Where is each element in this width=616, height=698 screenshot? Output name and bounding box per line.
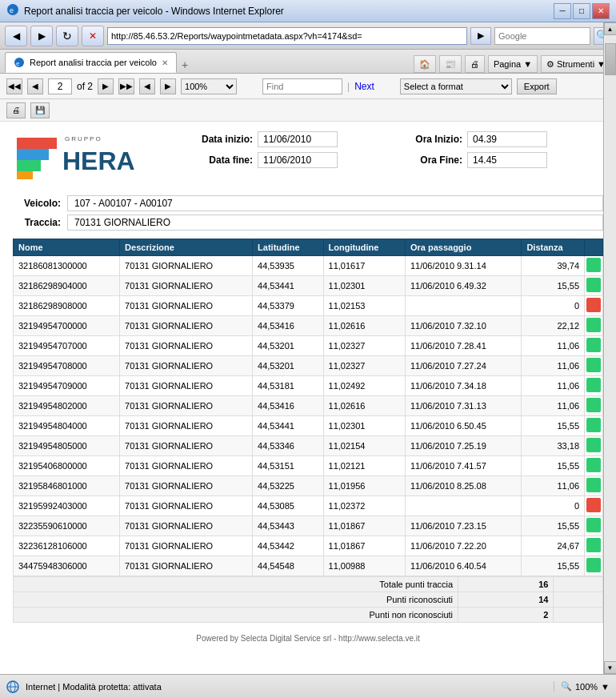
page-number-input[interactable] [48, 78, 72, 94]
scroll-thumb[interactable] [605, 43, 616, 75]
cell-latitudine: 44,53181 [253, 376, 323, 396]
cell-status [585, 316, 603, 336]
print2-button[interactable]: 🖨 [6, 102, 26, 118]
active-tab[interactable]: e Report analisi traccia per veicolo ✕ [5, 52, 177, 73]
find-input[interactable] [262, 78, 342, 94]
title-bar: e Report analisi traccia per veicolo - W… [0, 0, 616, 22]
cell-descrizione: 70131 GIORNALIERO [120, 396, 253, 416]
cell-nome: 32194954804000 [14, 416, 120, 436]
totale-label: Totale punti traccia [14, 577, 458, 592]
cell-nome: 32194954802000 [14, 396, 120, 416]
table-row: 32194954707000 70131 GIORNALIERO 44,5320… [14, 336, 603, 356]
cell-status [585, 256, 603, 276]
cell-distanza: 11,06 [522, 376, 585, 396]
cell-status [585, 436, 603, 456]
scroll-down-button[interactable]: ▼ [604, 661, 617, 674]
status-indicator [586, 498, 601, 512]
cell-longitudine: 11,01867 [323, 516, 405, 536]
date-info-section: Data inizio: 11/06/2010 Ora Inizio: 04.3… [189, 131, 603, 168]
maximize-button[interactable]: □ [573, 3, 590, 19]
cell-nome: 32186298908000 [14, 296, 120, 316]
new-tab-button[interactable]: + [177, 57, 193, 73]
table-row: 32194954804000 70131 GIORNALIERO 44,5344… [14, 416, 603, 436]
cell-distanza: 0 [522, 296, 585, 316]
summary-totale-row: Totale punti traccia 16 [14, 577, 603, 592]
feeds-button[interactable]: 📰 [439, 55, 462, 73]
next-label[interactable]: Next [354, 81, 374, 92]
scroll-track[interactable] [605, 35, 616, 661]
tab-close-icon[interactable]: ✕ [162, 58, 168, 67]
ora-inizio-value: 04.39 [467, 131, 547, 147]
ora-inizio-row: Ora Inizio: 04.39 [398, 131, 603, 147]
cell-longitudine: 11,01617 [323, 256, 405, 276]
export-button[interactable]: Export [517, 78, 557, 94]
browser-icon: e [6, 3, 19, 18]
cell-longitudine: 11,02154 [323, 436, 405, 456]
minimize-button[interactable]: ─ [554, 3, 571, 19]
next-page-button[interactable]: ▶ [98, 78, 114, 94]
cell-descrizione: 70131 GIORNALIERO [120, 276, 253, 296]
zoom-dropdown-icon[interactable]: ▼ [601, 682, 610, 692]
scrollbar[interactable]: ▲ ▼ [603, 22, 616, 674]
cell-nome: 32194954707000 [14, 336, 120, 356]
col-status [585, 239, 603, 256]
cell-descrizione: 70131 GIORNALIERO [120, 436, 253, 456]
forward-report-button[interactable]: ▶ [160, 78, 176, 94]
svg-text:e: e [16, 60, 20, 67]
cell-nome: 32195846801000 [14, 476, 120, 496]
refresh-button[interactable]: ↻ [56, 26, 78, 46]
status-indicator [586, 378, 601, 392]
cell-descrizione: 70131 GIORNALIERO [120, 516, 253, 536]
status-indicator [586, 358, 601, 372]
cell-longitudine: 11,00988 [323, 556, 405, 576]
veicolo-value: 107 - A00107 - A00107 [67, 195, 603, 211]
cell-distanza: 39,74 [522, 256, 585, 276]
cell-longitudine: 11,02301 [323, 276, 405, 296]
format-select[interactable]: Select a format PDF Excel Word CSV [400, 78, 512, 94]
logo-area: GRUPPO HERA [13, 131, 173, 186]
back-button[interactable]: ◀ [5, 26, 27, 46]
cell-status [585, 556, 603, 576]
cell-descrizione: 70131 GIORNALIERO [120, 476, 253, 496]
save-button[interactable]: 💾 [30, 102, 50, 118]
cell-status [585, 516, 603, 536]
zoom-select[interactable]: 100% 75% 150% [181, 78, 237, 94]
table-row: 32194954708000 70131 GIORNALIERO 44,5320… [14, 356, 603, 376]
prev-page-button[interactable]: ◀ [27, 78, 43, 94]
go-button[interactable]: ▶ [470, 27, 491, 45]
address-bar: ◀ ▶ ↻ ✕ ▶ 🔍 [0, 22, 616, 50]
print-button[interactable]: 🖨 [465, 55, 485, 73]
back-report-button[interactable]: ◀ [139, 78, 155, 94]
forward-button[interactable]: ▶ [30, 26, 53, 46]
cell-distanza: 15,55 [522, 276, 585, 296]
table-row: 32194954700000 70131 GIORNALIERO 44,5341… [14, 316, 603, 336]
status-indicator [586, 458, 601, 472]
cell-ora-passaggio: 11/06/2010 7.23.15 [405, 516, 521, 536]
cell-nome: 32194954708000 [14, 356, 120, 376]
table-row: 32186298908000 70131 GIORNALIERO 44,5337… [14, 296, 603, 316]
report-toolbar: ◀◀ ◀ of 2 ▶ ▶▶ ◀ ▶ 100% 75% 150% | Next … [0, 74, 616, 99]
cell-descrizione: 70131 GIORNALIERO [120, 536, 253, 556]
stop-button[interactable]: ✕ [82, 26, 104, 46]
report-footer: Powered by Selecta Digital Service srl -… [13, 631, 603, 646]
tools-button[interactable]: ⚙ Strumenti ▼ [541, 55, 611, 73]
page-button[interactable]: Pagina ▼ [488, 55, 538, 73]
cell-latitudine: 44,53416 [253, 396, 323, 416]
table-row: 32195406800000 70131 GIORNALIERO 44,5315… [14, 456, 603, 476]
cell-distanza: 22,12 [522, 316, 585, 336]
svg-rect-8 [17, 160, 41, 171]
scroll-up-button[interactable]: ▲ [604, 22, 617, 35]
first-page-button[interactable]: ◀◀ [6, 78, 22, 94]
search-input[interactable] [494, 27, 590, 45]
cell-nome: 32194954700000 [14, 316, 120, 336]
last-page-button[interactable]: ▶▶ [118, 78, 134, 94]
cell-status [585, 276, 603, 296]
address-input[interactable] [107, 27, 467, 45]
close-button[interactable]: ✕ [592, 3, 610, 19]
home-button[interactable]: 🏠 [414, 55, 436, 73]
cell-nome: 32194954709000 [14, 376, 120, 396]
cell-longitudine: 11,02327 [323, 336, 405, 356]
veicolo-row: Veicolo: 107 - A00107 - A00107 [13, 195, 603, 211]
non-riconosciuti-label: Punti non riconosciuti [14, 608, 458, 623]
summary-table: Totale punti traccia 16 Punti riconosciu… [13, 576, 603, 623]
